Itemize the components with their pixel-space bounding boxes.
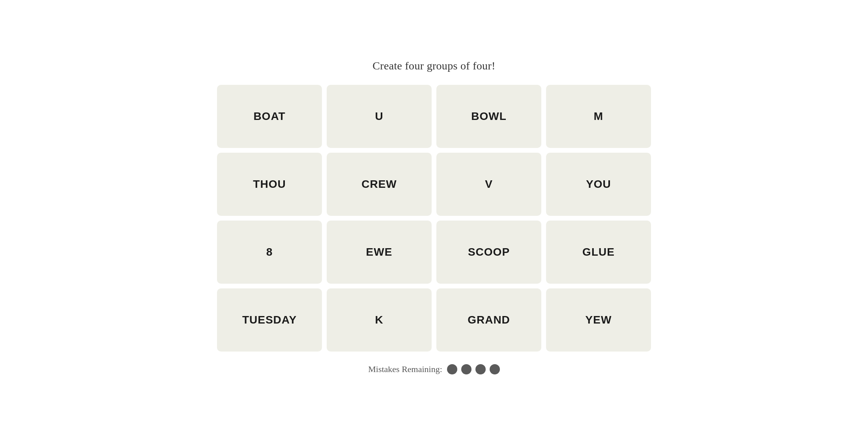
tile-label-bowl: BOWL (471, 110, 507, 123)
tile-label-thou: THOU (253, 178, 286, 191)
tile-k[interactable]: K (327, 288, 432, 352)
tile-label-boat: BOAT (253, 110, 285, 123)
tile-crew[interactable]: CREW (327, 153, 432, 216)
mistake-dot-1 (447, 364, 457, 374)
mistake-dot-4 (490, 364, 500, 374)
tile-u[interactable]: U (327, 85, 432, 148)
mistake-dot-2 (461, 364, 471, 374)
tile-label-u: U (375, 110, 383, 123)
tile-label-you: YOU (586, 178, 611, 191)
mistakes-label: Mistakes Remaining: (368, 364, 442, 374)
tile-label-glue: GLUE (582, 246, 615, 258)
tile-ewe[interactable]: EWE (327, 221, 432, 284)
tile-m[interactable]: M (546, 85, 651, 148)
tiles-grid: BOATUBOWLMTHOUCREWVYOU8EWESCOOPGLUETUESD… (217, 85, 651, 352)
tile-label-yew: YEW (586, 314, 612, 326)
tile-glue[interactable]: GLUE (546, 221, 651, 284)
mistakes-dots (447, 364, 500, 374)
tile-grand[interactable]: GRAND (436, 288, 541, 352)
mistake-dot-3 (475, 364, 486, 374)
tile-boat[interactable]: BOAT (217, 85, 322, 148)
tile-tuesday[interactable]: TUESDAY (217, 288, 322, 352)
tile-yew[interactable]: YEW (546, 288, 651, 352)
game-container: Create four groups of four! BOATUBOWLMTH… (217, 60, 651, 374)
tile-scoop[interactable]: SCOOP (436, 221, 541, 284)
tile-you[interactable]: YOU (546, 153, 651, 216)
tile-label-k: K (375, 314, 383, 326)
tile-thou[interactable]: THOU (217, 153, 322, 216)
tile-label-scoop: SCOOP (468, 246, 510, 258)
subtitle: Create four groups of four! (372, 60, 495, 72)
tile-label-m: M (594, 110, 603, 123)
tile-bowl[interactable]: BOWL (436, 85, 541, 148)
tile-v[interactable]: V (436, 153, 541, 216)
tile-label-ewe: EWE (366, 246, 393, 258)
tile-label-v: V (485, 178, 493, 191)
tile-label-grand: GRAND (468, 314, 510, 326)
tile-label-8: 8 (266, 246, 273, 258)
tile-8[interactable]: 8 (217, 221, 322, 284)
mistakes-area: Mistakes Remaining: (368, 364, 500, 374)
tile-label-tuesday: TUESDAY (242, 314, 297, 326)
tile-label-crew: CREW (361, 178, 397, 191)
